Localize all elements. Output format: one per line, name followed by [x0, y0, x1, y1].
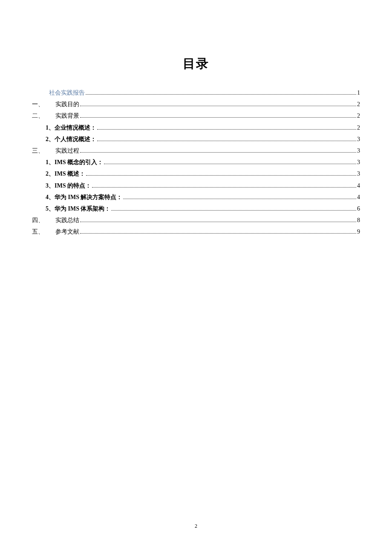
toc-leader-dots [80, 106, 356, 106]
toc-entry-label: 企业情况概述： [55, 122, 96, 133]
toc-entry-label: IMS 概述： [55, 168, 85, 179]
toc-entry-page: 2 [357, 122, 360, 133]
toc-entry-page: 2 [357, 99, 360, 110]
toc-entry-prefix: 2、 [46, 134, 55, 145]
toc-entry-page: 1 [357, 87, 360, 98]
toc-entry-label: IMS 的特点： [55, 180, 91, 191]
toc-entry[interactable]: 2、IMS 概述：3 [32, 168, 360, 179]
toc-entry-page: 4 [357, 180, 360, 191]
toc-entry[interactable]: 2、个人情况概述：3 [32, 134, 360, 145]
table-of-contents: 社会实践报告1一、实践目的2二、实践背景21、企业情况概述：22、个人情况概述：… [32, 87, 360, 237]
toc-entry-prefix: 5、 [46, 203, 55, 214]
toc-entry-prefix: 二、 [32, 110, 47, 121]
toc-leader-dots [97, 141, 356, 141]
toc-entry-prefix: 一、 [32, 99, 47, 110]
toc-entry[interactable]: 四、实践总结8 [32, 215, 360, 225]
toc-leader-dots [104, 164, 356, 164]
toc-entry-prefix: 三、 [32, 145, 47, 156]
toc-entry-page: 3 [357, 134, 360, 145]
toc-entry-label: 实践过程 [55, 145, 79, 156]
toc-entry-label: 参考文献 [55, 226, 79, 237]
toc-entry[interactable]: 一、实践目的2 [32, 99, 360, 110]
toc-entry-label: 实践总结 [55, 215, 79, 225]
toc-entry[interactable]: 1、IMS 概念的引入：3 [32, 157, 360, 168]
toc-entry[interactable]: 4、华为 IMS 解决方案特点：4 [32, 192, 360, 202]
toc-leader-dots [92, 187, 356, 188]
toc-entry-label: 个人情况概述： [55, 134, 96, 145]
toc-entry[interactable]: 五、参考文献9 [32, 226, 360, 237]
toc-entry-page: 6 [357, 203, 360, 214]
toc-leader-dots [123, 199, 356, 199]
toc-entry[interactable]: 二、实践背景2 [32, 110, 360, 121]
toc-entry-prefix: 四、 [32, 215, 47, 225]
toc-entry-prefix: 4、 [46, 192, 55, 202]
toc-entry[interactable]: 1、企业情况概述：2 [32, 122, 360, 133]
toc-leader-dots [80, 222, 356, 222]
toc-entry-page: 9 [357, 226, 360, 237]
toc-entry-label: 社会实践报告 [49, 87, 85, 98]
toc-entry-page: 2 [357, 110, 360, 121]
toc-entry-page: 3 [357, 157, 360, 168]
toc-entry[interactable]: 三、实践过程3 [32, 145, 360, 156]
toc-leader-dots [80, 117, 356, 118]
toc-entry-label: 实践目的 [55, 99, 79, 110]
toc-entry-page: 8 [357, 215, 360, 225]
toc-title: 目录 [32, 55, 360, 72]
toc-leader-dots [86, 94, 356, 95]
toc-entry-page: 4 [357, 192, 360, 202]
toc-entry-page: 3 [357, 168, 360, 179]
toc-entry[interactable]: 3、IMS 的特点：4 [32, 180, 360, 191]
toc-entry[interactable]: 社会实践报告1 [32, 87, 360, 98]
toc-entry[interactable]: 5、华为 IMS 体系架构：6 [32, 203, 360, 214]
toc-entry-label: 实践背景 [55, 110, 79, 121]
toc-entry-prefix: 3、 [46, 180, 55, 191]
toc-entry-label: IMS 概念的引入： [55, 157, 103, 168]
toc-entry-prefix: 2、 [46, 168, 55, 179]
toc-entry-label: 华为 IMS 体系架构： [55, 203, 110, 214]
toc-leader-dots [111, 210, 356, 211]
page-number: 2 [0, 523, 392, 529]
toc-entry-page: 3 [357, 145, 360, 156]
toc-entry-prefix: 五、 [32, 226, 47, 237]
toc-leader-dots [97, 129, 356, 130]
toc-entry-prefix: 1、 [46, 157, 55, 168]
toc-entry-prefix: 1、 [46, 122, 55, 133]
toc-leader-dots [86, 175, 356, 176]
toc-entry-label: 华为 IMS 解决方案特点： [55, 192, 122, 202]
toc-leader-dots [80, 152, 356, 153]
toc-leader-dots [80, 233, 356, 234]
